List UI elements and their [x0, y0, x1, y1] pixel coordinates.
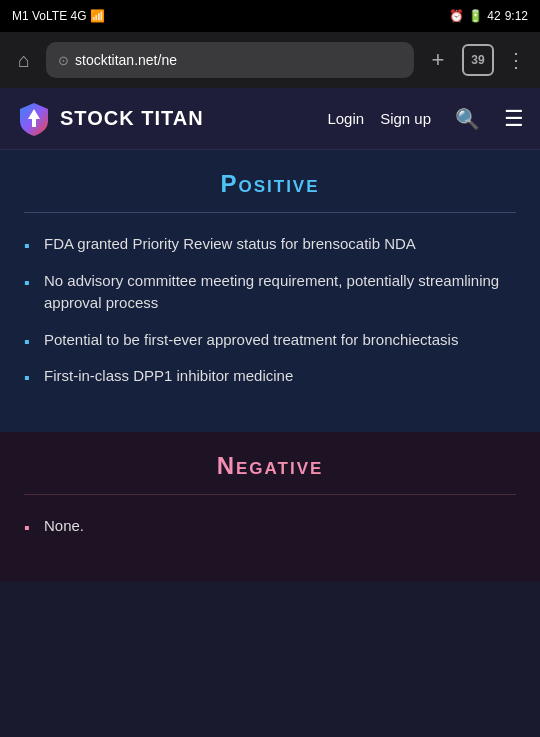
battery-icon: 🔋	[468, 9, 483, 23]
signal-icon: 📶	[90, 9, 105, 23]
address-text: stocktitan.net/ne	[75, 52, 402, 68]
site-security-icon: ⊙	[58, 53, 69, 68]
login-link[interactable]: Login	[327, 110, 364, 127]
negative-bullet-list: None.	[24, 515, 516, 538]
list-item: No advisory committee meeting requiremen…	[24, 270, 516, 315]
logo-icon	[16, 101, 52, 137]
list-item: First-in-class DPP1 inhibitor medicine	[24, 365, 516, 388]
status-left: M1 VoLTE 4G 📶	[12, 9, 105, 23]
positive-divider	[24, 212, 516, 213]
time-display: 9:12	[505, 9, 528, 23]
negative-divider	[24, 494, 516, 495]
list-item: FDA granted Priority Review status for b…	[24, 233, 516, 256]
tabs-count: 39	[471, 53, 484, 67]
site-header: STOCK TITAN Login Sign up 🔍 ☰	[0, 88, 540, 150]
positive-bullet-list: FDA granted Priority Review status for b…	[24, 233, 516, 388]
header-nav: Login Sign up 🔍 ☰	[327, 106, 524, 132]
status-bar: M1 VoLTE 4G 📶 ⏰ 🔋 42 9:12	[0, 0, 540, 32]
list-item: None.	[24, 515, 516, 538]
main-content: Positive FDA granted Priority Review sta…	[0, 150, 540, 581]
positive-section: Positive FDA granted Priority Review sta…	[0, 150, 540, 432]
site-logo[interactable]: STOCK TITAN	[16, 101, 327, 137]
alarm-icon: ⏰	[449, 9, 464, 23]
status-right: ⏰ 🔋 42 9:12	[449, 9, 528, 23]
tabs-count-button[interactable]: 39	[462, 44, 494, 76]
negative-section-title: Negative	[24, 452, 516, 480]
home-icon: ⌂	[18, 49, 30, 72]
browser-menu-button[interactable]: ⋮	[502, 46, 530, 74]
positive-section-title: Positive	[24, 170, 516, 198]
list-item: Potential to be first-ever approved trea…	[24, 329, 516, 352]
browser-toolbar: ⌂ ⊙ stocktitan.net/ne + 39 ⋮	[0, 32, 540, 88]
hamburger-menu-icon[interactable]: ☰	[504, 106, 524, 132]
negative-section: Negative None.	[0, 432, 540, 582]
overflow-menu-icon: ⋮	[506, 48, 526, 72]
address-bar[interactable]: ⊙ stocktitan.net/ne	[46, 42, 414, 78]
carrier-info: M1 VoLTE 4G	[12, 9, 86, 23]
browser-home-button[interactable]: ⌂	[10, 46, 38, 74]
search-icon[interactable]: 🔍	[455, 107, 480, 131]
signup-link[interactable]: Sign up	[380, 110, 431, 127]
battery-level: 42	[487, 9, 500, 23]
site-title: STOCK TITAN	[60, 107, 204, 130]
new-tab-button[interactable]: +	[422, 44, 454, 76]
plus-icon: +	[432, 47, 445, 73]
